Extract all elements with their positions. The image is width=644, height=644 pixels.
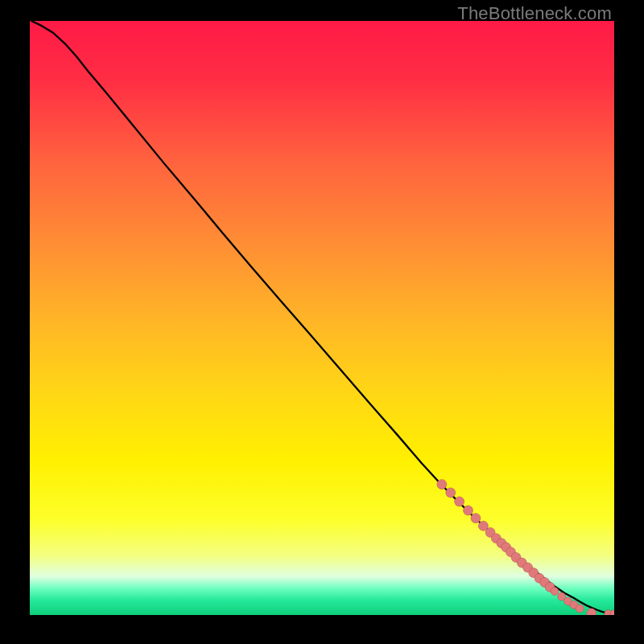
data-dots xyxy=(437,480,614,615)
plot-overlay xyxy=(30,21,614,615)
data-dot xyxy=(576,605,584,613)
data-dot xyxy=(437,480,447,489)
data-dot xyxy=(446,488,456,497)
data-dot xyxy=(455,497,464,506)
chart-frame: TheBottleneck.com xyxy=(0,0,644,644)
data-dot xyxy=(471,514,481,523)
plot-area xyxy=(30,21,614,615)
data-dot xyxy=(551,587,559,595)
data-dot xyxy=(464,506,473,515)
curve-line xyxy=(31,21,614,614)
